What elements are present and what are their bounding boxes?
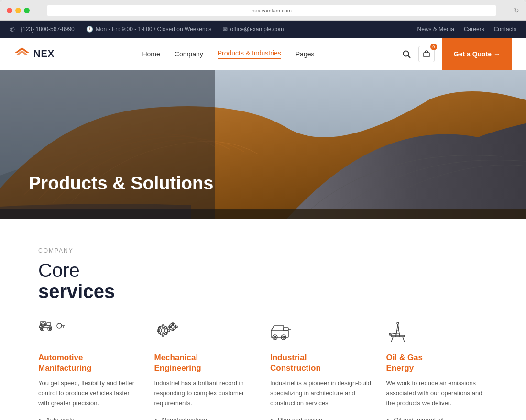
- automotive-title: AutomotiveManifacturing: [38, 353, 140, 374]
- cart-button[interactable]: 0: [418, 46, 435, 62]
- svg-rect-4: [424, 53, 429, 57]
- news-media-link[interactable]: News & Media: [417, 26, 454, 33]
- contacts-link[interactable]: Contacts: [494, 26, 516, 33]
- svg-rect-42: [391, 335, 405, 337]
- logo-icon: [14, 47, 30, 61]
- svg-point-12: [42, 328, 43, 330]
- svg-rect-10: [47, 323, 51, 325]
- minimize-dot[interactable]: [15, 8, 21, 13]
- mechanical-title: MechanicalEngineering: [154, 353, 256, 374]
- automotive-list: Auto parts Diesel engines Car Body parts…: [38, 414, 140, 420]
- construction-title: IndustrialConstruction: [270, 353, 372, 374]
- service-construction: IndustrialConstruction Industriel is a p…: [270, 321, 372, 420]
- phone-number: +{123} 1800-567-8990: [17, 26, 75, 33]
- url-text: nex.vamtam.com: [252, 8, 292, 13]
- svg-point-15: [57, 323, 62, 328]
- oilgas-desc: We work to reduce air emissions associat…: [386, 378, 488, 408]
- section-label: COMPANY: [38, 247, 488, 254]
- logo-text: NEX: [33, 48, 55, 59]
- oilgas-icon: [386, 321, 415, 345]
- email-text: office@example.com: [230, 26, 284, 33]
- construction-list: Plan and design Light construction Heavy…: [270, 414, 372, 420]
- quote-label: Get a Quote →: [454, 50, 500, 58]
- search-button[interactable]: [402, 50, 411, 58]
- phone-item: ✆ +{123} 1800-567-8990: [10, 26, 75, 33]
- oilgas-title: Oil & GasEnergy: [386, 353, 488, 374]
- maximize-dot[interactable]: [24, 8, 30, 13]
- service-automotive: AutomotiveManifacturing You get speed, f…: [38, 321, 140, 420]
- phone-icon: ✆: [10, 26, 15, 33]
- construction-icon: [270, 321, 299, 345]
- svg-point-20: [161, 329, 165, 332]
- svg-point-14: [49, 328, 51, 330]
- service-mechanical: MechanicalEngineering Industriel has a b…: [154, 321, 256, 420]
- clock-icon: 🕐: [86, 26, 93, 33]
- browser-window: nex.vamtam.com ↻ ✆ +{123} 1800-567-8990 …: [0, 0, 526, 420]
- svg-rect-36: [284, 328, 288, 331]
- logo[interactable]: NEX: [14, 47, 55, 61]
- nav-pages[interactable]: Pages: [296, 50, 315, 58]
- email-icon: ✉: [223, 26, 228, 33]
- svg-line-43: [391, 337, 393, 342]
- hero-section: Products & Solutions: [0, 70, 526, 219]
- svg-point-50: [397, 322, 399, 324]
- svg-rect-27: [158, 331, 161, 334]
- main-nav: NEX Home Company Products & Industries P…: [0, 38, 526, 70]
- svg-point-2: [403, 51, 408, 56]
- top-bar: ✆ +{123} 1800-567-8990 🕐 Mon - Fri: 9:00…: [0, 21, 526, 38]
- email-item: ✉ office@example.com: [223, 26, 284, 33]
- hero-title: Products & Solutions: [29, 173, 213, 195]
- refresh-icon[interactable]: ↻: [514, 7, 519, 14]
- nav-home[interactable]: Home: [142, 50, 160, 58]
- svg-rect-7: [0, 70, 215, 219]
- construction-desc: Industriel is a pioneer in design-build …: [270, 378, 372, 408]
- automotive-icon: [38, 321, 67, 345]
- hours-text: Mon - Fri: 9:00 - 19:00 / Closed on Week…: [96, 26, 212, 33]
- browser-chrome: nex.vamtam.com ↻: [0, 0, 526, 21]
- svg-rect-24: [167, 330, 170, 332]
- svg-point-30: [171, 325, 174, 328]
- services-grid: AutomotiveManifacturing You get speed, f…: [38, 321, 488, 420]
- svg-rect-34: [175, 326, 177, 328]
- mechanical-list: Nanotechnology Mechatronics Composites M…: [154, 414, 256, 420]
- svg-rect-26: [164, 332, 167, 335]
- hero-content: Products & Solutions: [29, 173, 213, 195]
- mechanical-icon: [154, 321, 183, 345]
- title-line1: Core: [38, 260, 488, 281]
- automotive-desc: You get speed, flexibility and better co…: [38, 378, 140, 408]
- careers-link[interactable]: Careers: [464, 26, 484, 33]
- top-bar-left: ✆ +{123} 1800-567-8990 🕐 Mon - Fri: 9:00…: [10, 26, 284, 33]
- nav-products[interactable]: Products & Industries: [218, 49, 281, 59]
- title-line2: services: [38, 281, 488, 302]
- mechanical-desc: Industriel has a brilliant record in res…: [154, 378, 256, 408]
- top-bar-right: News & Media Careers Contacts: [417, 26, 516, 33]
- service-oilgas: Oil & GasEnergy We work to reduce air em…: [386, 321, 488, 420]
- address-bar[interactable]: nex.vamtam.com: [47, 5, 496, 16]
- nav-links: Home Company Products & Industries Pages: [142, 49, 314, 59]
- hero-image: [0, 70, 526, 219]
- oilgas-list: Oil and mineral oil Fuel extraction Rene…: [386, 414, 488, 420]
- content-section: COMPANY Core services: [0, 219, 526, 420]
- quote-button[interactable]: Get a Quote →: [442, 38, 512, 70]
- section-title: Core services: [38, 260, 488, 302]
- svg-line-3: [408, 55, 410, 58]
- nav-actions: 0 Get a Quote →: [402, 38, 512, 70]
- svg-line-44: [403, 337, 405, 342]
- svg-point-52: [389, 333, 391, 335]
- cart-badge: 0: [430, 44, 437, 50]
- svg-rect-28: [164, 326, 167, 329]
- hours-item: 🕐 Mon - Fri: 9:00 - 19:00 / Closed on We…: [86, 26, 212, 33]
- nav-company[interactable]: Company: [175, 50, 203, 58]
- close-dot[interactable]: [7, 8, 12, 13]
